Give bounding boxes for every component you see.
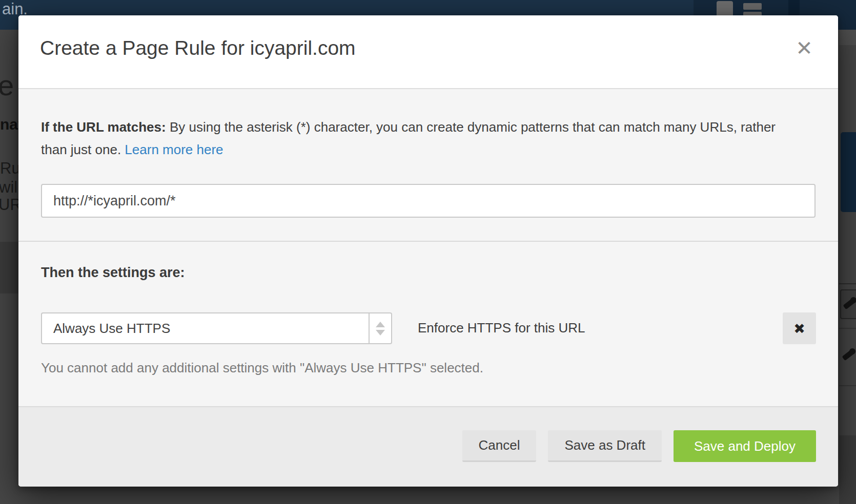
setting-select[interactable]: Always Use HTTPS [41,312,392,344]
url-match-description: If the URL matches: By using the asteris… [41,116,779,161]
settings-heading: Then the settings are: [41,265,185,281]
background-table-header-fragment [0,242,21,293]
background-blue-button-fragment [841,132,856,212]
section-divider [18,241,838,242]
divider [839,385,856,386]
remove-icon: ✖ [793,321,805,337]
background-footer-fragment [839,435,856,504]
background-text-fragment: Ru [0,159,21,178]
setting-select-value: Always Use HTTPS [42,313,369,343]
chevron-up-icon [376,322,385,327]
page-root: ain. e nav Ru will UR Create a Page Rule… [0,0,856,504]
url-match-label: If the URL matches: [41,119,166,135]
footer-buttons: Cancel Save as Draft Save and Deploy [462,430,816,462]
select-arrows-icon [369,313,391,343]
save-and-deploy-button[interactable]: Save and Deploy [674,430,816,462]
setting-note: You cannot add any additional settings w… [41,360,483,376]
chevron-down-icon [376,330,385,335]
remove-setting-button[interactable]: ✖ [783,312,816,344]
divider [839,283,856,284]
modal-footer: Cancel Save as Draft Save and Deploy [18,406,838,487]
background-text-fragment: e [0,69,14,102]
wrench-icon [843,296,856,310]
setting-description: Enforce HTTPS for this URL [418,320,585,336]
url-pattern-input[interactable] [41,184,816,218]
create-page-rule-modal: Create a Page Rule for icyapril.com ✕ If… [18,15,838,487]
save-as-draft-button[interactable]: Save as Draft [548,430,662,462]
divider [839,328,856,329]
background-icon-fragment [788,0,800,15]
wrench-icon [842,347,856,362]
background-row-fragment [839,30,856,45]
list-view-icon [743,3,762,10]
learn-more-link[interactable]: Learn more here [125,142,223,157]
close-icon[interactable]: ✕ [789,33,820,64]
background-text-fragment: will [0,178,21,197]
modal-header: Create a Page Rule for icyapril.com ✕ [18,15,838,89]
cancel-button[interactable]: Cancel [462,430,537,462]
modal-title: Create a Page Rule for icyapril.com [40,37,356,59]
